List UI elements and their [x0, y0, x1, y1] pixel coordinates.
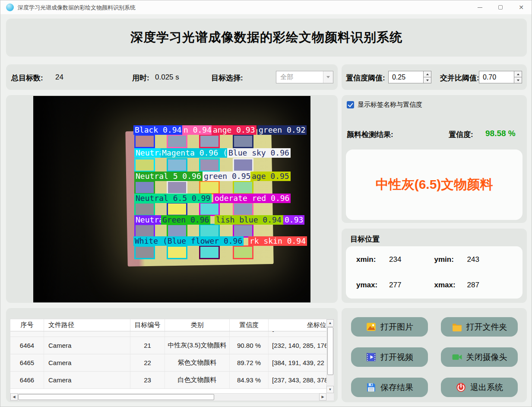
- spinner-arrows: [423, 71, 431, 83]
- page-title: 深度学习光谱成像数据的彩绘文物颜料识别系统: [130, 29, 402, 46]
- table-cell: 中性灰(3.5)文物颜料: [165, 337, 230, 354]
- xmax-label: xmax:: [434, 281, 467, 289]
- detection-bbox: [199, 181, 220, 194]
- close-camera-label: 关闭摄像头: [466, 352, 507, 363]
- table-cell: [384, 191, 439, 22: [269, 354, 326, 371]
- minimize-button[interactable]: [469, 0, 490, 14]
- position-field: xmin: 234: [356, 255, 434, 264]
- table-header-cell[interactable]: 置信度: [230, 319, 269, 331]
- table-row[interactable]: 6464Camera21中性灰(3.5)文物颜料90.80 %[232, 140…: [10, 337, 326, 354]
- triangle-down-icon: [517, 79, 519, 83]
- spin-up-button[interactable]: [514, 71, 522, 77]
- table-viewport[interactable]: 6463Camera20橙黄色文物颜料92.29 %[386, 345, 436…: [10, 331, 326, 393]
- scrollbar-corner: [326, 393, 334, 401]
- open-folder-button[interactable]: 打开文件夹: [441, 317, 518, 337]
- table-header-cell[interactable]: 坐标位置: [269, 319, 334, 331]
- table-cell: 6465: [10, 354, 44, 371]
- vertical-scrollbar[interactable]: ▲ ▼: [326, 319, 334, 393]
- spinner-arrows: [514, 71, 522, 83]
- scroll-up-button[interactable]: ▲: [326, 319, 334, 327]
- detection-label: green 0.95: [203, 172, 252, 181]
- spin-down-button[interactable]: [514, 77, 522, 83]
- detection-bbox: [233, 202, 253, 216]
- close-icon: ✕: [519, 4, 524, 11]
- detection-bbox: [233, 224, 253, 238]
- table-cell: 90.80 %: [230, 337, 269, 354]
- detection-label: ange 0.93: [212, 125, 256, 135]
- detection-bbox: [134, 224, 155, 238]
- target-position-box: xmin: 234 ymin: 243 ymax: 277 xmax: 287: [346, 246, 522, 299]
- detection-label: lish blue 0.94): [215, 215, 288, 225]
- power-icon: [456, 382, 466, 393]
- triangle-up-icon: [517, 72, 519, 75]
- position-field: ymin: 243: [434, 255, 513, 264]
- maximize-icon: [498, 5, 503, 10]
- camera-icon: [452, 352, 462, 362]
- confidence-label: 置信度:: [449, 130, 473, 140]
- table-cell: 20: [130, 331, 165, 337]
- spin-up-button[interactable]: [424, 71, 431, 77]
- app-window: 深度学习光谱成像数据的彩绘文物颜料识别系统 ✕ 深度学习光谱成像数据的彩绘文物颜…: [0, 0, 532, 407]
- spin-down-button[interactable]: [424, 77, 431, 83]
- detection-bbox: [167, 134, 187, 148]
- detection-bbox: [199, 158, 220, 172]
- table-cell: 23: [130, 372, 165, 388]
- table-header-cell[interactable]: 序号: [10, 319, 44, 331]
- total-targets-value: 24: [55, 73, 63, 82]
- dropdown-arrow-button[interactable]: [323, 71, 333, 83]
- pigment-result-box: 中性灰(6.5)文物颜料: [346, 149, 522, 220]
- table-cell: 6466: [10, 372, 44, 388]
- detection-bbox: [167, 224, 187, 238]
- table-header-cell[interactable]: 目标编号: [130, 319, 165, 331]
- detection-bbox: [199, 245, 220, 259]
- target-select-dropdown[interactable]: 全部: [276, 71, 333, 83]
- detection-bbox: [199, 134, 220, 148]
- table-row[interactable]: 6465Camera22紫色文物颜料89.72 %[384, 191, 439,…: [10, 354, 326, 372]
- confidence-threshold-value: 0.25: [389, 71, 423, 83]
- xmin-value: 234: [389, 255, 401, 264]
- header-banner: 深度学习光谱成像数据的彩绘文物颜料识别系统: [6, 19, 527, 57]
- iou-threshold-spinbox[interactable]: 0.70: [479, 71, 522, 83]
- confidence-value: 98.58 %: [485, 129, 516, 138]
- table-row[interactable]: 6463Camera20橙黄色文物颜料92.29 %[386, 345, 436…: [10, 331, 326, 337]
- horizontal-scroll-thumb[interactable]: [18, 394, 214, 400]
- scroll-left-button[interactable]: ◀: [10, 393, 18, 401]
- table-header-cell[interactable]: 类别: [165, 319, 230, 331]
- maximize-button[interactable]: [490, 0, 511, 14]
- exit-system-button[interactable]: 退出系统: [441, 378, 518, 397]
- horizontal-scrollbar[interactable]: ◀ ▶: [10, 393, 326, 401]
- scroll-down-button[interactable]: ▼: [326, 386, 334, 393]
- detection-bbox: [199, 202, 220, 216]
- save-icon: [366, 382, 377, 393]
- open-image-button[interactable]: 打开图片: [351, 317, 428, 337]
- confidence-threshold-spinbox[interactable]: 0.25: [388, 71, 431, 83]
- show-labels-option[interactable]: 显示标签名称与置信度: [347, 101, 422, 109]
- vertical-scroll-thumb[interactable]: [327, 327, 333, 375]
- detection-bbox: [233, 181, 253, 194]
- save-results-button[interactable]: 保存结果: [351, 378, 428, 397]
- video-icon: [366, 352, 377, 362]
- table-cell: 84.93 %: [230, 372, 269, 388]
- confidence-threshold-label: 置信度阈值:: [346, 73, 385, 83]
- scroll-right-button[interactable]: ▶: [319, 393, 326, 401]
- open-video-button[interactable]: 打开视频: [351, 347, 428, 367]
- table-row[interactable]: 6466Camera23白色文物颜料84.93 %[237, 343, 288,…: [10, 372, 326, 389]
- detection-label: Black 0.94: [133, 125, 183, 135]
- table-cell: 橙黄色文物颜料: [165, 331, 230, 337]
- target-select-label: 目标选择:: [211, 73, 243, 83]
- pigment-name: 中性灰(6.5)文物颜料: [376, 176, 493, 194]
- table-header-cell[interactable]: 文件路径: [44, 319, 130, 331]
- table-cell: 紫色文物颜料: [165, 354, 230, 371]
- table-cell: 6464: [10, 337, 44, 354]
- close-button[interactable]: ✕: [511, 0, 532, 14]
- detection-label: green 0.92: [257, 125, 307, 135]
- target-position-panel: 目标位置 xmin: 234 ymin: 243 ymax: 277 xmax:…: [342, 229, 527, 303]
- table-cell: 21: [130, 337, 165, 354]
- show-labels-checkbox[interactable]: [347, 101, 354, 108]
- iou-threshold-label: 交并比阈值:: [440, 73, 479, 83]
- close-camera-button[interactable]: 关闭摄像头: [441, 347, 518, 367]
- detection-bbox: [233, 158, 253, 172]
- exit-system-label: 退出系统: [470, 382, 503, 393]
- position-field: xmax: 287: [434, 281, 513, 289]
- detection-bbox: [134, 134, 155, 148]
